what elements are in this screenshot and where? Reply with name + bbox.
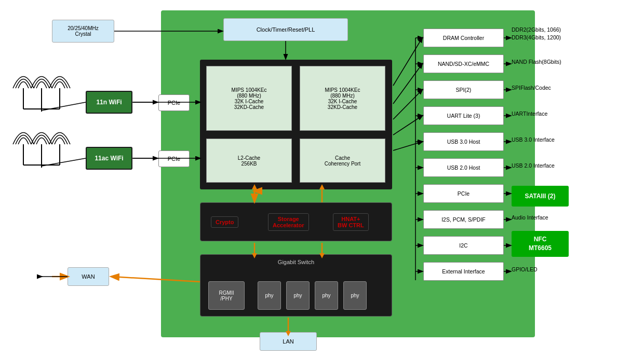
sataiii-label: SATAIII (2) bbox=[525, 193, 556, 200]
nand-label: NAND/SD-XC/eMMC bbox=[438, 61, 489, 67]
pcie2-label: PCIe bbox=[168, 156, 180, 162]
cpu-core2-label: MIPS 1004KEc (880 MHz) 32K I-Cache 32KD-… bbox=[325, 87, 360, 110]
l2-cache-label: L2-Cache 256KB bbox=[238, 155, 260, 167]
uart-label: UART Lite (3) bbox=[447, 113, 480, 119]
wan-label: WAN bbox=[82, 273, 95, 280]
cpu-core1-label: MIPS 1004KEc (880 MHz) 32K I-Cache 32KD-… bbox=[232, 87, 267, 110]
clock-box: Clock/Timer/Reset/PLL bbox=[223, 18, 348, 41]
ext-box: External Interface bbox=[423, 262, 504, 281]
uart-box: UART Lite (3) bbox=[423, 106, 504, 125]
ext-label: External Interface bbox=[442, 268, 485, 274]
audio-iface-label: Audio Interface bbox=[512, 214, 548, 221]
dram-box: DRAM Controller bbox=[423, 29, 504, 47]
wan-box: WAN bbox=[68, 267, 109, 286]
accelerator-box: Crypto Storage Accelerator HNAT+ BW CTRL bbox=[200, 202, 392, 241]
nfc-box: NFC MT6605 bbox=[512, 231, 569, 257]
gigabit-switch-title: Gigabit Switch bbox=[278, 259, 314, 265]
usb2-iface-label: USB 2.0 Interface bbox=[512, 162, 555, 169]
antennas-11ac bbox=[10, 108, 83, 170]
usb3-iface-label: USB 3.0 Interface bbox=[512, 136, 555, 143]
pcie-right-label: PCIe bbox=[458, 190, 469, 197]
usb3-box: USB 3.0 Host bbox=[423, 132, 504, 151]
usb3-label: USB 3.0 Host bbox=[447, 139, 480, 145]
lan-box: LAN bbox=[260, 332, 317, 351]
pcie-right-box: PCIe bbox=[423, 184, 504, 203]
uart-iface-label: UARTInterface bbox=[512, 111, 547, 117]
nfc-label: NFC MT6605 bbox=[529, 235, 552, 253]
diagram-container: 20/25/40MHz Crystal Clock/Timer/Reset/PL… bbox=[0, 0, 644, 357]
cpu-core2: MIPS 1004KEc (880 MHz) 32K I-Cache 32KD-… bbox=[300, 66, 385, 131]
i2s-box: I2S, PCM, S/PDIF bbox=[423, 210, 504, 229]
wifi-11n-box: 11n WiFi bbox=[86, 91, 132, 114]
crypto-label: Crypto bbox=[216, 219, 234, 225]
l2-cache-box: L2-Cache 256KB bbox=[206, 139, 292, 183]
cache-coherency-box: Cache Coherency Port bbox=[300, 139, 385, 183]
pcie1-box: PCIe bbox=[158, 94, 190, 111]
i2s-label: I2S, PCM, S/PDIF bbox=[441, 216, 486, 223]
nand-box: NAND/SD-XC/eMMC bbox=[423, 54, 504, 73]
sataiii-box: SATAIII (2) bbox=[512, 186, 569, 207]
wifi-11ac-box: 11ac WiFi bbox=[86, 147, 132, 170]
hnat-label: HNAT+ BW CTRL bbox=[338, 216, 364, 228]
pcie2-box: PCIe bbox=[158, 150, 190, 167]
cpu-core1: MIPS 1004KEc (880 MHz) 32K I-Cache 32KD-… bbox=[206, 66, 292, 131]
i2c-label: I2C bbox=[459, 242, 467, 249]
antennas-11n bbox=[10, 52, 83, 114]
gpio-label: GPIO/LED bbox=[512, 266, 538, 272]
phy4-label: phy bbox=[351, 293, 359, 298]
lan-label: LAN bbox=[283, 338, 293, 345]
wifi-11n-label: 11n WiFi bbox=[96, 99, 122, 106]
cpu-outer: MIPS 1004KEc (880 MHz) 32K I-Cache 32KD-… bbox=[200, 60, 392, 189]
spi-box: SPI(2) bbox=[423, 80, 504, 99]
pcie1-label: PCIe bbox=[168, 100, 180, 106]
ddr-label: DDR2(2Gbits, 1066)DDR3(4Gbits, 1200) bbox=[512, 26, 561, 41]
gigabit-switch-box: Gigabit Switch RGMII /PHY phy phy phy ph… bbox=[200, 254, 392, 317]
spi-label: SPI(2) bbox=[456, 87, 472, 93]
wifi-11ac-label: 11ac WiFi bbox=[95, 155, 123, 162]
phy1-label: phy bbox=[265, 293, 273, 298]
cache-coherency-label: Cache Coherency Port bbox=[325, 155, 360, 167]
storage-label: Storage Accelerator bbox=[273, 216, 304, 228]
dram-label: DRAM Controller bbox=[443, 35, 484, 41]
i2c-box: I2C bbox=[423, 236, 504, 255]
clock-label: Clock/Timer/Reset/PLL bbox=[257, 26, 315, 33]
usb2-label: USB 2.0 Host bbox=[447, 164, 480, 171]
phy2-label: phy bbox=[293, 293, 302, 298]
spi-flash-label: SPIFlash/Codec bbox=[512, 85, 551, 91]
usb2-box: USB 2.0 Host bbox=[423, 158, 504, 177]
nand-flash-label: NAND Flash(8Gbits) bbox=[512, 59, 561, 65]
phy3-label: phy bbox=[322, 293, 330, 298]
crystal-label: 20/25/40MHz Crystal bbox=[68, 25, 98, 37]
rgmii-label: RGMII /PHY bbox=[219, 290, 234, 301]
crystal-box: 20/25/40MHz Crystal bbox=[52, 20, 114, 43]
